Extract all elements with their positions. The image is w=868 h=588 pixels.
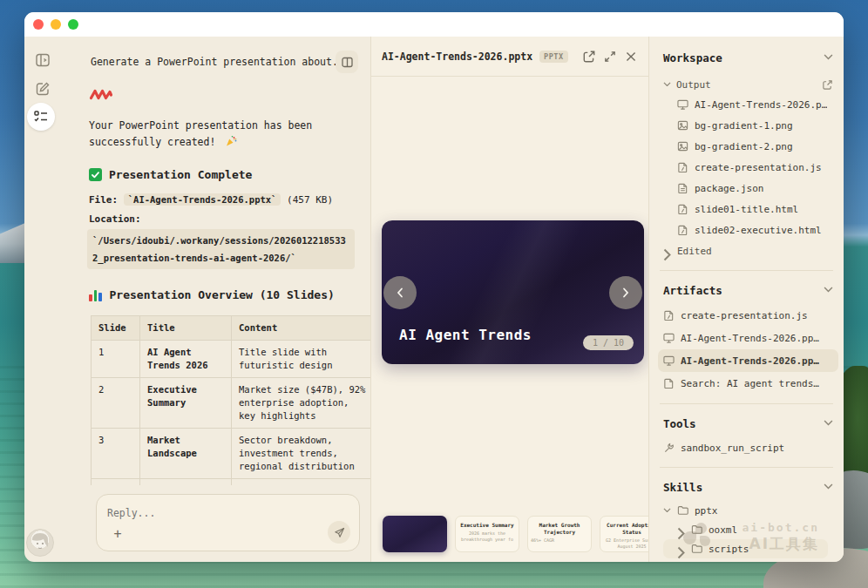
col-slide: Slide [92, 316, 140, 341]
slides-table: Slide Title Content 1 AI Agent Trends 20… [91, 315, 370, 485]
col-title: Title [140, 316, 232, 341]
monitor-icon [663, 333, 675, 344]
tools-header[interactable]: Tools [663, 415, 833, 432]
close-traffic-light[interactable] [33, 19, 44, 30]
slide-title: AI Agent Trends [399, 327, 532, 343]
compose-icon[interactable] [35, 81, 51, 97]
divider [660, 270, 833, 271]
col-content: Content [232, 316, 371, 341]
tasks-icon[interactable] [27, 103, 55, 131]
slide-preview: AI Agent Trends 1 / 10 [382, 220, 644, 364]
output-folder-row[interactable]: Output [663, 75, 833, 94]
minimize-traffic-light[interactable] [51, 19, 61, 30]
monitor-icon [677, 99, 688, 111]
zoom-traffic-light[interactable] [68, 19, 78, 30]
window-titlebar [24, 12, 844, 37]
chevron-down-icon [824, 287, 833, 294]
assistant-message: Your PowerPoint presentation has been su… [89, 118, 353, 151]
split-view-button[interactable] [336, 51, 358, 73]
expand-icon[interactable] [603, 50, 617, 64]
table-row: 3 Market Landscape Sector breakdown, inv… [92, 429, 371, 479]
thumbnail-strip: Executive Summary 2026 marks the breakth… [383, 516, 648, 552]
complete-heading: Presentation Complete [89, 168, 370, 181]
chevron-down-icon [663, 508, 671, 514]
workspace-file[interactable]: slide02-executive.html [663, 220, 833, 240]
chevron-down-icon [824, 483, 833, 490]
artifact-item[interactable]: Search: AI agent trends… [663, 372, 833, 395]
thumbnail-slide-1[interactable] [383, 516, 447, 552]
left-icon-rail [24, 37, 71, 562]
code-file-icon [677, 225, 688, 236]
skill-folder[interactable]: pptx [663, 501, 833, 520]
table-row: 2 Executive Summary Market size ($47B), … [92, 378, 371, 429]
page-indicator: 1 / 10 [583, 335, 634, 350]
table-row: 1 AI Agent Trends 2026 Title slide with … [92, 341, 371, 378]
send-button[interactable] [328, 521, 350, 544]
prompt-title: Generate a PowerPoint presentation about… [91, 56, 336, 68]
close-icon[interactable] [624, 50, 638, 64]
workspace-file[interactable]: create-presentation.js [663, 157, 833, 178]
workspace-header[interactable]: Workspace [663, 49, 833, 66]
thumbnail-slide-2[interactable]: Executive Summary 2026 marks the breakth… [455, 516, 519, 552]
workspace-file[interactable]: slide01-title.html [663, 199, 833, 220]
workspace-file[interactable]: bg-gradient-1.png [663, 115, 833, 136]
skills-header[interactable]: Skills [663, 478, 833, 496]
chevron-right-icon [677, 546, 685, 552]
workspace-file[interactable]: bg-gradient-2.png [663, 136, 833, 157]
thumbnail-slide-4[interactable]: Current Adoption Status G2 Enterprise Su… [600, 516, 648, 552]
overview-title: Presentation Overview (10 Slides) [110, 288, 335, 301]
right-panel: Workspace Output AI-Agent-Trends-2026.p…… [648, 37, 844, 562]
preview-panel: AI-Agent-Trends-2026.pptx PPTX AI Agent … [370, 37, 648, 562]
folder-icon [677, 505, 688, 517]
pptx-badge: PPTX [539, 51, 567, 63]
table-row: 4 Enterprise Adoption timeline, ROI [92, 479, 371, 486]
overview-heading: Presentation Overview (10 Slides) [89, 288, 370, 301]
file-icon [677, 183, 688, 194]
artifacts-header[interactable]: Artifacts [663, 281, 833, 299]
user-avatar[interactable] [26, 529, 54, 557]
file-row: File: `AI-Agent-Trends-2026.pptx` (457 K… [89, 194, 370, 206]
complete-title: Presentation Complete [109, 168, 252, 181]
chat-scroll-area[interactable]: Generate a PowerPoint presentation about… [71, 37, 370, 485]
reply-box: + [96, 494, 360, 551]
tool-item[interactable]: sandbox_run_script [663, 437, 833, 458]
bar-chart-icon [89, 288, 102, 301]
code-file-icon [677, 162, 688, 173]
message-text: Your PowerPoint presentation has been su… [89, 119, 312, 148]
file-label: File: [89, 194, 118, 206]
preview-file-name: AI-Agent-Trends-2026.pptx [382, 51, 532, 63]
panel-toggle-icon[interactable] [35, 52, 51, 68]
location-label: Location: [89, 213, 370, 225]
check-icon [89, 168, 102, 181]
file-name-code: `AI-Agent-Trends-2026.pptx` [124, 193, 281, 206]
chevron-right-icon [663, 248, 671, 254]
thumbnail-slide-3[interactable]: Market Growth Trajectory 46%+ CAGR [527, 516, 592, 552]
table-header-row: Slide Title Content [92, 316, 371, 341]
next-slide-button[interactable] [609, 276, 642, 309]
location-path-code: `/Users/idoubi/.workany/sessions/2026012… [87, 229, 355, 269]
chat-header: Generate a PowerPoint presentation about… [71, 37, 370, 73]
artifact-item[interactable]: create-presentation.js [663, 304, 833, 327]
artifact-item[interactable]: AI-Agent-Trends-2026.pp… [663, 327, 833, 349]
skill-folder[interactable]: ooxml [663, 520, 833, 539]
external-link-icon[interactable] [582, 50, 596, 64]
preview-header: AI-Agent-Trends-2026.pptx PPTX [371, 37, 648, 77]
workspace-file[interactable]: AI-Agent-Trends-2026.p… [663, 94, 833, 115]
chevron-down-icon [824, 54, 833, 61]
chevron-down-icon [663, 82, 671, 88]
external-link-icon[interactable] [822, 79, 833, 91]
prev-slide-button[interactable] [383, 276, 417, 309]
edited-folder-row[interactable]: Edited [663, 240, 833, 261]
skill-file[interactable]: create-idoubi-ppt.js [663, 558, 833, 562]
attach-plus-button[interactable]: + [109, 525, 126, 543]
wrench-icon [663, 443, 675, 454]
file-icon [663, 378, 675, 389]
divider [660, 467, 833, 468]
artifact-item-selected[interactable]: AI-Agent-Trends-2026.pp… [658, 349, 838, 372]
workspace-file[interactable]: package.json [663, 178, 833, 199]
reply-input[interactable] [107, 507, 276, 519]
folder-icon [691, 524, 702, 536]
skill-folder[interactable]: scripts [663, 539, 828, 558]
divider [660, 403, 833, 404]
code-file-icon [677, 204, 688, 215]
